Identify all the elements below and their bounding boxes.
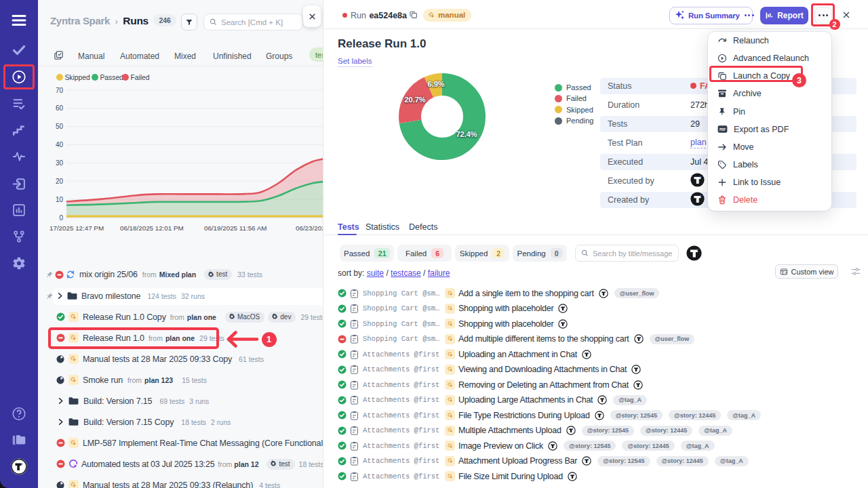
svg-text:17/2025 12:47 PM: 17/2025 12:47 PM — [50, 224, 104, 232]
svg-text:Skipped: Skipped — [65, 74, 90, 81]
svg-text:70: 70 — [56, 87, 64, 94]
svg-text:PDF: PDF — [719, 128, 726, 131]
svg-text:06/23/202: 06/23/202 — [296, 224, 326, 232]
svg-text:30: 30 — [56, 159, 64, 167]
svg-text:50: 50 — [56, 123, 64, 130]
svg-text:60: 60 — [56, 104, 64, 112]
svg-text:06/19/2025 11:56 AM: 06/19/2025 11:56 AM — [204, 224, 267, 232]
svg-text:0: 0 — [59, 214, 63, 222]
svg-text:40: 40 — [56, 141, 64, 148]
svg-text:20: 20 — [56, 178, 64, 185]
svg-text:Passed: Passed — [100, 74, 124, 81]
svg-text:Failed: Failed — [131, 74, 150, 81]
svg-text:10: 10 — [56, 196, 64, 203]
svg-text:06/18/2025 12:01 PM: 06/18/2025 12:01 PM — [120, 224, 184, 232]
